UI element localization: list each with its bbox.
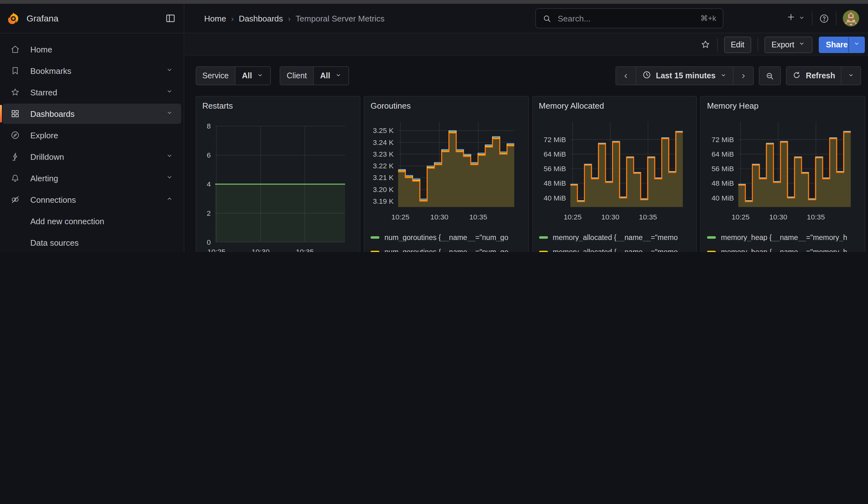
- topbar-right-section: [786, 10, 868, 27]
- svg-text:64 MiB: 64 MiB: [543, 150, 566, 158]
- sidebar-item-starred[interactable]: Starred: [2, 82, 181, 102]
- chevron-down-icon[interactable]: [165, 172, 173, 184]
- chevron-down-icon: [847, 71, 855, 81]
- chevron-up-icon[interactable]: [165, 194, 173, 205]
- sidebar-navigation: HomeBookmarksStarredDashboardsExploreDri…: [0, 34, 184, 252]
- chevron-down-icon: [334, 71, 342, 81]
- svg-text:64 MiB: 64 MiB: [711, 150, 734, 158]
- svg-text:40 MiB: 40 MiB: [543, 194, 566, 202]
- search-shortcut: ⌘+k: [700, 14, 716, 23]
- refresh-group: Refresh: [786, 66, 861, 85]
- edit-button[interactable]: Edit: [724, 36, 751, 53]
- filter-service[interactable]: ServiceAll: [195, 66, 271, 85]
- svg-text:72 MiB: 72 MiB: [543, 135, 566, 144]
- svg-text:3.23 K: 3.23 K: [373, 150, 394, 158]
- filter-client[interactable]: ClientAll: [280, 66, 349, 85]
- breadcrumb-item: Temporal Server Metrics: [296, 14, 385, 23]
- chevron-down-icon[interactable]: [165, 86, 173, 98]
- svg-text:10:25: 10:25: [207, 248, 225, 252]
- filter-label: Client: [280, 67, 314, 85]
- panel-title[interactable]: Goroutines: [371, 101, 411, 111]
- breadcrumb-item[interactable]: Home: [204, 14, 226, 23]
- sidebar-item-bookmarks[interactable]: Bookmarks: [2, 61, 181, 81]
- search-input[interactable]: [557, 13, 695, 24]
- sidebar-item-drilldown[interactable]: Drilldown: [2, 146, 181, 167]
- panel-title[interactable]: Memory Allocated: [539, 101, 604, 111]
- search-box[interactable]: ⌘+k: [535, 8, 723, 28]
- sidebar-item-label: Home: [30, 44, 181, 54]
- svg-text:10:30: 10:30: [251, 248, 269, 252]
- sidebar-item-explore[interactable]: Explore: [2, 125, 181, 145]
- zoom-out-button[interactable]: [760, 67, 781, 85]
- svg-text:0: 0: [206, 238, 210, 246]
- legend-item[interactable]: memory_heap {__name__="memory_h: [707, 245, 862, 252]
- time-forward-button[interactable]: [734, 67, 753, 85]
- panel-title[interactable]: Memory Heap: [707, 101, 758, 111]
- time-back-button[interactable]: [616, 67, 636, 85]
- svg-text:2: 2: [206, 209, 210, 217]
- dashboard-toolbar: Edit Export Share: [185, 34, 868, 55]
- export-button[interactable]: Export: [764, 36, 813, 53]
- svg-text:4: 4: [206, 180, 210, 188]
- sidebar-item-label: Bookmarks: [30, 66, 165, 75]
- panel-memory-heap: Memory Heap10:2510:3010:3572 MiB64 MiB56…: [700, 96, 865, 252]
- chevron-down-icon[interactable]: [165, 108, 173, 119]
- legend-item[interactable]: num_goroutines {__name__="num_go: [371, 230, 526, 245]
- favorite-star-icon[interactable]: [700, 39, 711, 50]
- legend-item[interactable]: num_goroutines {__name__="num_go: [371, 245, 526, 252]
- legend-series-label: memory_allocated {__name__="memo: [553, 248, 678, 252]
- panel-legend: memory_allocated {__name__="memomemory_a…: [539, 230, 694, 252]
- refresh-interval-button[interactable]: [841, 67, 860, 85]
- sidebar-item-label: Add new connection: [30, 216, 181, 226]
- sidebar-item-connections[interactable]: Connections: [2, 189, 181, 210]
- filter-value-dropdown[interactable]: All: [236, 67, 270, 85]
- bookmark-icon: [10, 66, 20, 76]
- home-icon: [10, 44, 20, 54]
- svg-text:10:30: 10:30: [601, 213, 619, 221]
- svg-text:40 MiB: 40 MiB: [711, 194, 734, 202]
- help-button[interactable]: [819, 13, 829, 24]
- sidebar-item-home[interactable]: Home: [2, 39, 181, 59]
- legend-series-label: num_goroutines {__name__="num_go: [384, 234, 508, 241]
- chevron-down-icon: [720, 71, 727, 81]
- time-range-picker[interactable]: Last 15 minutes: [636, 67, 734, 85]
- compass-icon: [10, 130, 20, 140]
- svg-text:3.22 K: 3.22 K: [373, 162, 394, 170]
- legend-series-marker: [539, 251, 548, 252]
- breadcrumb-item[interactable]: Dashboards: [239, 14, 283, 23]
- chart-restarts: 10:2510:3010:3586420: [196, 96, 360, 252]
- grafana-logo[interactable]: [6, 11, 20, 25]
- chart-memory-allocated: 10:2510:3010:3572 MiB64 MiB56 MiB48 MiB4…: [533, 96, 696, 252]
- svg-text:56 MiB: 56 MiB: [711, 165, 734, 173]
- refresh-button[interactable]: Refresh: [787, 67, 841, 85]
- breadcrumb-separator: ›: [288, 14, 291, 23]
- svg-text:3.20 K: 3.20 K: [373, 185, 394, 194]
- sidebar-item-dashboards[interactable]: Dashboards: [2, 104, 181, 124]
- filter-value-dropdown[interactable]: All: [314, 67, 349, 85]
- filter-label: Service: [196, 67, 236, 85]
- svg-text:56 MiB: 56 MiB: [543, 165, 566, 173]
- user-avatar[interactable]: [843, 10, 859, 27]
- svg-text:48 MiB: 48 MiB: [711, 179, 734, 187]
- add-menu-button[interactable]: [786, 12, 806, 25]
- legend-series-label: num_goroutines {__name__="num_go: [384, 248, 508, 252]
- sidebar-item-add-new-connection[interactable]: Add new connection: [2, 211, 181, 231]
- search-icon: [542, 13, 551, 23]
- legend-item[interactable]: memory_allocated {__name__="memo: [539, 230, 694, 245]
- top-navigation-bar: Grafana Home›Dashboards›Temporal Server …: [0, 4, 868, 33]
- panel-title[interactable]: Restarts: [202, 101, 233, 111]
- legend-series-marker: [371, 251, 379, 252]
- legend-series-marker: [371, 236, 379, 239]
- sidebar-item-label: Starred: [30, 88, 165, 97]
- sidebar-item-alerting[interactable]: Alerting: [2, 168, 181, 188]
- chevron-down-icon: [798, 13, 806, 24]
- divider: [836, 11, 836, 25]
- chevron-down-icon[interactable]: [165, 65, 173, 76]
- share-menu-button[interactable]: [848, 36, 865, 53]
- dashboard-content: Edit Export Share ServiceAllClientAll: [185, 34, 868, 252]
- legend-item[interactable]: memory_heap {__name__="memory_h: [707, 230, 862, 245]
- legend-item[interactable]: memory_allocated {__name__="memo: [539, 245, 694, 252]
- chevron-down-icon[interactable]: [165, 151, 173, 162]
- sidebar-toggle-icon[interactable]: [164, 13, 176, 24]
- sidebar-item-data-sources[interactable]: Data sources: [2, 233, 181, 252]
